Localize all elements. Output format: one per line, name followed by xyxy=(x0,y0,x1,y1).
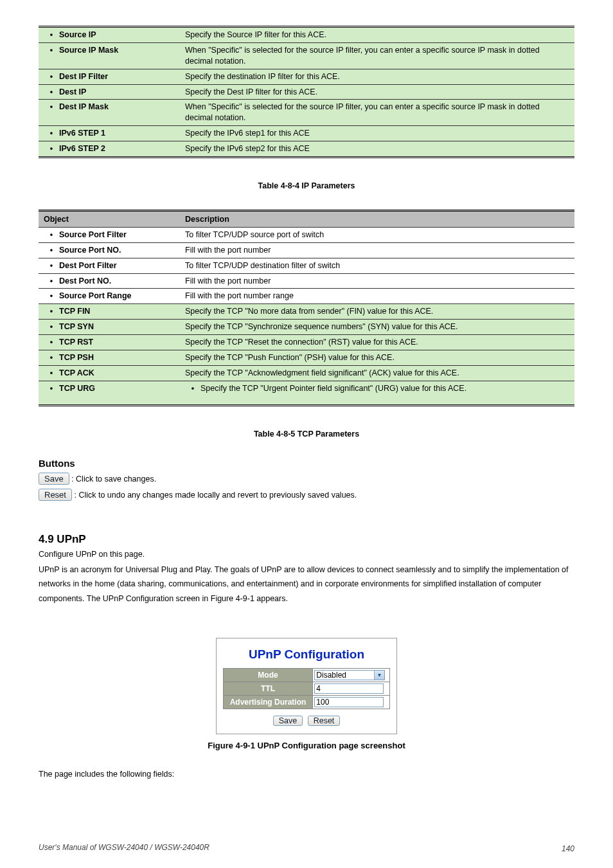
row-description: To filter TCP/UDP source port of switch xyxy=(180,227,574,242)
buttons-heading: Buttons xyxy=(39,458,574,469)
row-description: Specify the TCP "No more data from sende… xyxy=(180,304,574,320)
row-object: •Source Port Filter xyxy=(39,227,180,242)
adv-duration-input[interactable]: 100 xyxy=(314,697,384,707)
panel-title: UPnP Configuration xyxy=(223,647,391,662)
label-mode: Mode xyxy=(223,669,313,682)
panel-save-button[interactable]: Save xyxy=(273,716,303,726)
row-object: •Dest Port Filter xyxy=(39,258,180,273)
table-row: •TCP RSTSpecify the TCP "Reset the conne… xyxy=(39,335,574,350)
table-row: •Dest Port NO.Fill with the port number xyxy=(39,273,574,289)
table-row: •TCP PSHSpecify the TCP "Push Function" … xyxy=(39,350,574,365)
row-description: Specify the Source IP filter for this AC… xyxy=(180,27,574,43)
header-object: Object xyxy=(39,210,180,227)
figure-upnp-config: UPnP Configuration Mode Disabled ▾ TTL 4… xyxy=(39,638,574,734)
table-a-caption: Table 4-8-4 IP Parameters xyxy=(39,181,574,190)
row-description: Fill with the port number xyxy=(180,242,574,258)
row-description: When "Specific" is selected for the sour… xyxy=(180,100,574,126)
header-description: Description xyxy=(180,210,574,227)
row-object: •Source IP xyxy=(39,27,180,43)
row-description: Specify the TCP "Push Function" (PSH) va… xyxy=(180,350,574,365)
panel-reset-button[interactable]: Reset xyxy=(308,716,341,726)
row-description: Specify the Dest IP filter for this ACE. xyxy=(180,84,574,100)
table-row: •IPv6 STEP 1Specify the IPv6 step1 for t… xyxy=(39,126,574,141)
table-row: •Source IPSpecify the Source IP filter f… xyxy=(39,27,574,43)
row-object: •Source Port NO. xyxy=(39,242,180,258)
reset-button-text: : Click to undo any changes made locally… xyxy=(74,491,357,500)
row-description: Specify the IPv6 step2 for this ACE xyxy=(180,141,574,158)
table-ip-params: •Source IPSpecify the Source IP filter f… xyxy=(39,26,574,158)
row-object: •Source IP Mask xyxy=(39,42,180,69)
mode-select[interactable]: Disabled ▾ xyxy=(314,670,385,680)
row-object: •Dest IP Filter xyxy=(39,69,180,84)
section-heading-upnp: 4.9 UPnP xyxy=(39,533,574,546)
table-row: •Dest IP FilterSpecify the destination I… xyxy=(39,69,574,84)
row-object: •Dest IP Mask xyxy=(39,100,180,126)
table-tcp-params: Object Description •Source Port FilterTo… xyxy=(39,210,574,406)
upnp-short-desc: Configure UPnP on this page. xyxy=(39,550,574,559)
row-description: Specify the IPv6 step1 for this ACE xyxy=(180,126,574,141)
chevron-down-icon: ▾ xyxy=(374,671,384,680)
row-description: Fill with the port number xyxy=(180,273,574,289)
save-desc: Save : Click to save changes. xyxy=(39,473,574,485)
row-object: •Dest IP xyxy=(39,84,180,100)
row-object: •IPv6 STEP 2 xyxy=(39,141,180,158)
row-object: •TCP ACK xyxy=(39,365,180,381)
table-row: •TCP SYNSpecify the TCP "Synchronize seq… xyxy=(39,320,574,335)
upnp-long-desc: UPnP is an acronym for Universal Plug an… xyxy=(39,563,574,606)
row-description: Specify the TCP "Reset the connection" (… xyxy=(180,335,574,350)
table-row: •Source Port NO.Fill with the port numbe… xyxy=(39,242,574,258)
table-row: •TCP URG•Specify the TCP "Urgent Pointer… xyxy=(39,381,574,405)
cfg-table: Mode Disabled ▾ TTL 4 Advertising Durati… xyxy=(223,668,391,709)
label-ttl: TTL xyxy=(223,682,313,696)
save-button-text: : Click to save changes. xyxy=(71,475,156,484)
table-row: •TCP FINSpecify the TCP "No more data fr… xyxy=(39,304,574,320)
row-object: •TCP RST xyxy=(39,335,180,350)
save-button-image: Save xyxy=(39,473,69,485)
label-adv-duration: Advertising Duration xyxy=(223,696,313,709)
ttl-input[interactable]: 4 xyxy=(314,683,384,694)
page-includes: The page includes the following fields: xyxy=(39,770,574,779)
reset-button-image: Reset xyxy=(39,489,72,501)
table-row: •Dest IPSpecify the Dest IP filter for t… xyxy=(39,84,574,100)
footer-text: User's Manual of WGSW-24040 / WGSW-24040… xyxy=(39,843,209,852)
row-description: Specify the TCP "Synchronize sequence nu… xyxy=(180,320,574,335)
row-description: Fill with the port number range xyxy=(180,289,574,304)
row-object: •TCP FIN xyxy=(39,304,180,320)
row-object: •TCP PSH xyxy=(39,350,180,365)
row-object: •TCP URG xyxy=(39,381,180,405)
row-description: Specify the destination IP filter for th… xyxy=(180,69,574,84)
reset-desc: Reset : Click to undo any changes made l… xyxy=(39,489,574,501)
upnp-config-panel: UPnP Configuration Mode Disabled ▾ TTL 4… xyxy=(216,638,398,734)
row-object: •TCP SYN xyxy=(39,320,180,335)
row-object: •Dest Port NO. xyxy=(39,273,180,289)
page-number: 140 xyxy=(562,844,574,853)
row-description: Specify the TCP "Acknowledgment field si… xyxy=(180,365,574,381)
table-row: •Source IP MaskWhen "Specific" is select… xyxy=(39,42,574,69)
table-row: •Dest Port FilterTo filter TCP/UDP desti… xyxy=(39,258,574,273)
table-row: •Dest IP MaskWhen "Specific" is selected… xyxy=(39,100,574,126)
mode-select-value: Disabled xyxy=(316,671,346,680)
row-description: •Specify the TCP "Urgent Pointer field s… xyxy=(180,381,574,405)
table-row: •Source Port RangeFill with the port num… xyxy=(39,289,574,304)
table-b-caption: Table 4-8-5 TCP Parameters xyxy=(39,429,574,439)
table-row: •Source Port FilterTo filter TCP/UDP sou… xyxy=(39,227,574,242)
row-description: When "Specific" is selected for the sour… xyxy=(180,42,574,69)
table-row: •TCP ACKSpecify the TCP "Acknowledgment … xyxy=(39,365,574,381)
footer: User's Manual of WGSW-24040 / WGSW-24040… xyxy=(39,843,574,852)
row-description: To filter TCP/UDP destination filter of … xyxy=(180,258,574,273)
table-row: •IPv6 STEP 2Specify the IPv6 step2 for t… xyxy=(39,141,574,158)
figure-caption: Figure 4-9-1 UPnP Configuration page scr… xyxy=(39,741,574,750)
row-object: •Source Port Range xyxy=(39,289,180,304)
row-object: •IPv6 STEP 1 xyxy=(39,126,180,141)
